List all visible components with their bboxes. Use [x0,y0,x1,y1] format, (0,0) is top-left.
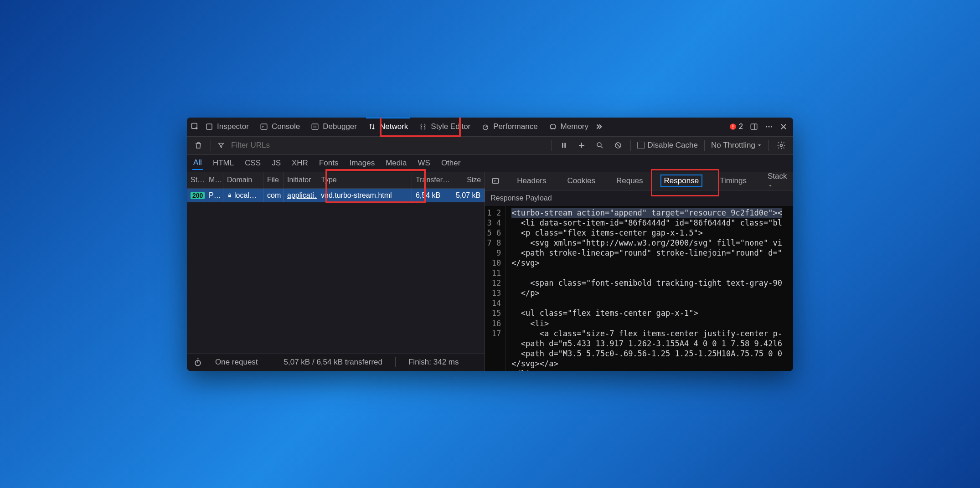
col-method[interactable]: M… [205,172,223,188]
separator [271,357,271,367]
devtools-window: Inspector Console Debugger Network Style… [187,118,793,371]
raw-toggle-icon[interactable] [491,177,500,185]
svg-point-11 [769,126,770,128]
tab-network[interactable]: Network [362,118,413,136]
throttling-label: No Throttling [711,141,755,150]
tab-inspector[interactable]: Inspector [200,118,254,136]
tab-debugger[interactable]: Debugger [305,118,362,136]
col-type[interactable]: Type [317,172,412,188]
network-toolbar: Disable Cache No Throttling [187,137,793,155]
dtab-request[interactable]: Reques [613,175,647,187]
tab-style-editor[interactable]: Style Editor [413,118,476,136]
svg-rect-9 [751,124,757,129]
request-table-header: St… M… Domain File Initiator Type Transf… [187,172,485,189]
close-icon[interactable] [779,123,788,131]
status-transfer: 5,07 kB / 6,54 kB transferred [284,358,382,367]
svg-rect-1 [206,124,212,129]
svg-rect-13 [562,143,563,148]
lock-icon [227,193,232,198]
throttling-select[interactable]: No Throttling [711,141,762,150]
response-payload-title: Response Payload [485,190,793,206]
gear-icon[interactable] [775,139,788,152]
style-editor-icon [419,123,427,131]
filter-images[interactable]: Images [348,157,376,170]
cell-status: 200 [187,189,205,202]
svg-rect-2 [261,124,267,129]
cell-initiator[interactable]: applicati… [284,189,317,202]
trash-icon[interactable] [192,139,204,151]
col-status[interactable]: St… [187,172,205,188]
disable-cache-checkbox[interactable]: Disable Cache [637,141,698,150]
filter-all[interactable]: All [192,156,203,170]
request-row[interactable]: 200 P… local… com applicati… vnd.turbo-s… [187,189,485,202]
svg-rect-7 [732,125,733,128]
cell-domain: local… [223,189,263,202]
filter-html[interactable]: HTML [212,157,235,170]
filter-urls-input[interactable] [231,141,295,150]
request-details-pane: Headers Cookies Reques Response Timings … [485,172,793,371]
block-icon[interactable] [612,139,624,151]
status-finish: Finish: 342 ms [408,358,459,367]
search-icon[interactable] [594,139,606,151]
inspector-icon [205,123,213,131]
col-domain[interactable]: Domain [223,172,263,188]
tab-label: Inspector [217,122,249,131]
tab-label: Performance [493,122,537,131]
plus-icon[interactable] [576,139,588,151]
stopwatch-icon[interactable] [193,358,202,367]
pick-element-icon[interactable] [191,122,200,131]
dtab-cookies[interactable]: Cookies [564,175,599,187]
tab-label: Console [272,122,300,131]
debugger-icon [311,123,319,131]
tab-console[interactable]: Console [254,118,305,136]
filter-ws[interactable]: WS [417,157,431,170]
dtab-stack[interactable]: Stack [764,170,791,192]
filter-css[interactable]: CSS [244,157,262,170]
dtab-timings[interactable]: Timings [716,175,750,187]
memory-icon [549,123,557,131]
filter-media[interactable]: Media [385,157,407,170]
cell-transferred: 6,54 kB [412,189,452,202]
code-lines[interactable]: <turbo-stream action="append" target="re… [506,206,793,371]
kebab-menu-icon[interactable] [765,123,773,131]
code-gutter: 1 2 3 4 5 6 7 8 9 10 11 12 13 14 15 16 1… [485,206,506,371]
svg-rect-8 [732,128,733,129]
network-main-split: St… M… Domain File Initiator Type Transf… [187,172,793,371]
separator [552,140,552,151]
col-initiator[interactable]: Initiator [284,172,317,188]
separator [630,140,631,151]
filter-fonts[interactable]: Fonts [318,157,340,170]
error-badge[interactable]: 2 [729,123,743,131]
separator [211,140,211,151]
dtab-response[interactable]: Response [660,175,703,187]
checkbox-icon [637,142,645,149]
disable-cache-label: Disable Cache [647,141,698,150]
cell-size: 5,07 kB [452,189,485,202]
pause-icon[interactable] [558,140,569,151]
tab-memory[interactable]: Memory [543,118,594,136]
filter-xhr[interactable]: XHR [291,157,309,170]
error-icon [729,123,737,131]
funnel-icon [217,142,225,149]
cell-type: vnd.turbo-stream.html [317,189,412,202]
cell-domain-text: local… [234,191,257,200]
separator [768,140,769,151]
svg-rect-3 [312,124,319,129]
col-transferred[interactable]: Transfer… [412,172,452,188]
dock-side-icon[interactable] [749,123,758,131]
tabs-overflow-icon[interactable] [594,123,604,131]
filter-js[interactable]: JS [271,157,282,170]
status-requests: One request [215,358,258,367]
network-statusbar: One request 5,07 kB / 6,54 kB transferre… [187,354,485,371]
cell-method: P… [205,189,223,202]
dtab-headers[interactable]: Headers [513,175,550,187]
col-file[interactable]: File [263,172,284,188]
response-code-viewer[interactable]: 1 2 3 4 5 6 7 8 9 10 11 12 13 14 15 16 1… [485,206,793,371]
devtools-tabbar: Inspector Console Debugger Network Style… [187,118,793,137]
svg-rect-18 [228,195,231,197]
tab-performance[interactable]: Performance [476,118,543,136]
cell-file: com [263,189,284,202]
network-icon [368,123,376,131]
filter-other[interactable]: Other [440,157,462,170]
col-size[interactable]: Size [452,172,485,188]
